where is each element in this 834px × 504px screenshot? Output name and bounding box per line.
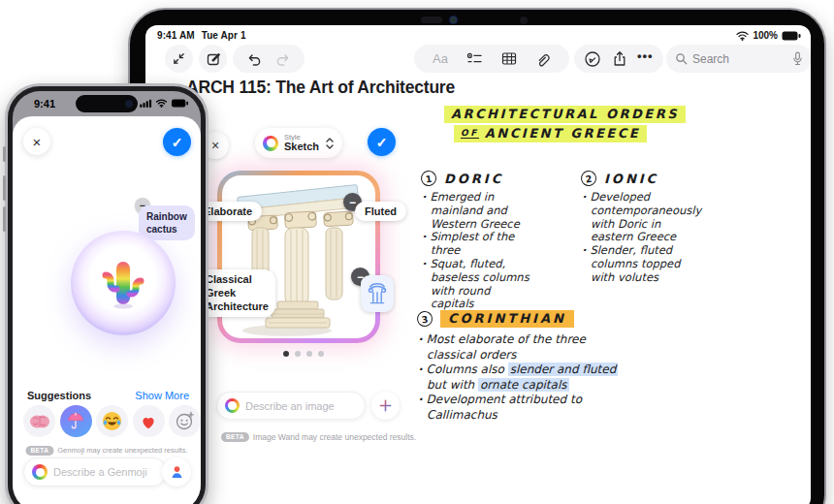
describe-image-input[interactable]: Describe an image [216,392,366,420]
collapse-button[interactable] [165,45,193,73]
dynamic-island [76,95,138,112]
battery-percent: 100% [753,30,778,41]
battery-icon [782,31,801,41]
laughing-emoji[interactable] [96,405,128,437]
section-doric: 1DORIC ·Emerged inmainland andWestern Gr… [421,171,571,311]
mic-icon[interactable] [792,51,803,66]
heading-of: OF [461,128,479,139]
volume-up-button [3,175,6,201]
wifi-icon [155,99,168,108]
ipad-camera-dot2 [520,16,528,24]
apple-intelligence-icon [225,398,240,413]
genmoji-preview-bubble [71,231,176,335]
sketch-thumbnail[interactable] [361,275,394,312]
ipad-date: Tue Apr 1 [202,30,246,41]
checklist-button[interactable] [466,51,483,66]
undo-redo-group [233,45,305,73]
suggestions-label: Suggestions [27,390,91,401]
volume-down-button [3,206,6,232]
describe-genmoji-placeholder: Describe a Genmoji [53,466,147,478]
apple-intelligence-icon [32,464,48,480]
section-title: IONIC [604,172,658,186]
section-number: 3 [416,310,433,328]
chevron-up-down-icon [325,137,335,150]
image-wand-accept-button[interactable]: ✓ [368,128,396,156]
redo-button[interactable] [275,51,291,67]
heading-line1: ARCHITECTURAL ORDERS [444,106,686,123]
search-placeholder: Search [692,52,787,66]
notes-heading: ARCHITECTURAL ORDERS OFANCIENT GREECE [444,107,686,141]
genmoji-disclaimer: BETA Genmoji may create unexpected resul… [25,446,187,456]
attachment-button[interactable] [535,51,551,67]
section-ionic: 2IONIC ·Developedcontemporaneouslywith D… [581,171,755,285]
section-lines: ·Emerged inmainland andWestern Greece·Si… [421,191,571,311]
markup-tools-group: ••• [574,45,663,73]
umbrella-emoji[interactable] [60,405,92,437]
suggestion-row [23,405,201,437]
ipad-device: 9:41 AMTue Apr 1 100% [128,8,826,504]
ipad-status-right: 100% [736,30,801,41]
battery-icon [171,99,189,108]
iphone-status-icons [140,99,189,108]
action-button [3,146,6,162]
heading-line2: ANCIENT GREECE [485,126,640,141]
heart-emoji[interactable] [133,405,165,437]
ipad-camera-dot [450,16,457,23]
section-title: CORINTHIAN [440,310,574,328]
image-playground-icon [263,136,278,151]
ipad-screen: 9:41 AMTue Apr 1 100% [145,25,811,504]
section-lines: ·Most elaborate of the threeclassical or… [417,332,737,423]
compose-icon [206,51,221,67]
text-format-button[interactable]: Aa [433,51,448,66]
beta-badge: BETA [25,446,53,456]
genmoji-close-button[interactable]: × [23,128,50,155]
search-icon [675,52,688,65]
signal-icon [140,99,152,108]
wifi-icon [736,31,749,41]
collapse-icon [172,51,186,66]
pencil-button[interactable] [584,50,601,68]
person-genmoji-button[interactable] [162,457,191,487]
prompt-chip[interactable]: Rainbow cactus [139,205,195,240]
brain-emoji[interactable] [23,405,55,437]
show-more-link[interactable]: Show More [135,390,189,401]
undo-button[interactable] [246,51,262,67]
describe-image-placeholder: Describe an image [245,400,335,412]
ipad-time: 9:41 AM [157,30,195,41]
compose-button[interactable] [199,45,227,73]
disclaimer-text: Genmoji may create unexpected results. [57,446,187,455]
table-button[interactable] [501,51,517,66]
style-selector[interactable]: Style Sketch [255,128,342,158]
iphone-device: 9:41 × ✓ − Rainbow cactus [5,83,208,504]
page-indicator[interactable] [283,351,324,357]
section-number: 2 [580,170,597,187]
rainbow-cactus-emoji [98,256,148,310]
section-corinthian: 3CORINTHIAN ·Most elaborate of the three… [417,310,737,423]
new-genmoji-icon[interactable] [169,405,201,437]
disclaimer-text: Image Wand may create unexpected results… [253,432,416,442]
ipad-camera [421,16,442,23]
ipad-status-bar: 9:41 AMTue Apr 1 [157,30,246,41]
genmoji-accept-button[interactable]: ✓ [163,128,191,156]
iphone-screen: 9:41 × ✓ − Rainbow cactus [13,91,201,504]
note-title: ARCH 115: The Art of Architecture [186,78,455,98]
search-input[interactable]: Search [666,45,811,73]
style-value: Sketch [284,142,319,153]
section-title: DORIC [444,172,503,186]
add-image-button[interactable] [371,392,400,420]
section-lines: ·Developedcontemporaneouslywith Doric in… [581,191,755,285]
iphone-time: 9:41 [34,98,55,110]
section-number: 1 [420,170,437,187]
genmoji-sheet: × ✓ − Rainbow cactus [13,116,201,504]
image-wand-disclaimer: BETA Image Wand may create unexpected re… [221,432,416,442]
beta-badge: BETA [221,432,249,442]
format-tools-group: Aa [414,45,569,73]
share-icon[interactable] [612,50,627,67]
tag-fluted[interactable]: Fluted [355,202,406,221]
stage: 9:41 AMTue Apr 1 100% [0,0,834,504]
more-button[interactable]: ••• [637,49,654,68]
describe-genmoji-input[interactable]: Describe a Genmoji [23,457,167,487]
